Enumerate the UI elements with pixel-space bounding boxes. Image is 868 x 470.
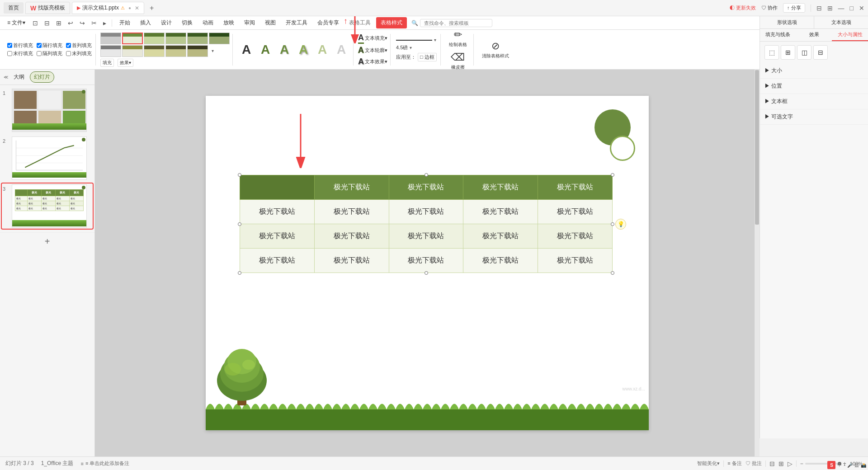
check-first-row[interactable]: 首行填充	[7, 42, 33, 49]
slide-table[interactable]: 极光下载站 极光下载站 极光下载站 极光下载站 极光下载站 极光下载站 极光下载…	[240, 175, 613, 273]
panel-section-alt-text[interactable]: ▶ 可选文字	[760, 109, 868, 125]
menu-play[interactable]: ▸	[100, 19, 109, 28]
menu-icon3[interactable]: ⊞	[53, 19, 64, 28]
check-last-row[interactable]: 末行填充	[7, 50, 33, 57]
table-cell[interactable]: 极光下载站	[538, 224, 613, 249]
table-cell[interactable]: 极光下载站	[463, 249, 538, 273]
home-button[interactable]: 首页	[4, 2, 24, 14]
table-cell[interactable]: 极光下载站	[538, 249, 613, 273]
text-fill-button[interactable]: 文本填充▾	[365, 35, 387, 42]
new-tab-button[interactable]: +	[146, 2, 157, 14]
restore-button[interactable]: □	[850, 5, 854, 12]
style-swatch-5[interactable]	[187, 33, 208, 44]
table-cell[interactable]: 极光下载站	[389, 200, 463, 224]
text-style-a5[interactable]: A	[313, 40, 331, 60]
panel-section-textbox[interactable]: ▶ 文本框	[760, 94, 868, 109]
fill-button[interactable]: 填充	[100, 59, 114, 67]
tab-member[interactable]: 会员专享	[313, 17, 344, 28]
effects-button[interactable]: 效果▾	[118, 59, 133, 67]
check-alt-col[interactable]: 隔列填充	[37, 50, 62, 57]
style-swatch-7[interactable]	[100, 45, 121, 57]
panel-subtab-fill[interactable]: 填充与线条	[760, 29, 796, 41]
window-icon1[interactable]: ⊟	[816, 5, 822, 12]
close-tab-icon[interactable]: ✕	[135, 5, 139, 11]
panel-icon-2[interactable]: ⊞	[781, 45, 795, 60]
window-icon2[interactable]: ⊞	[827, 5, 833, 12]
close-button[interactable]: ✕	[859, 5, 864, 12]
table-cell[interactable]: 极光下载站	[240, 200, 315, 224]
minimize-button[interactable]: —	[838, 5, 844, 12]
text-style-a3[interactable]: A	[275, 40, 293, 60]
table-container[interactable]: 极光下载站 极光下载站 极光下载站 极光下载站 极光下载站 极光下载站 极光下载…	[240, 175, 613, 273]
tab-insert[interactable]: 插入	[136, 17, 156, 28]
slide-thumb-1[interactable]	[12, 89, 87, 132]
view-normal-btn[interactable]: ⊟	[769, 460, 775, 467]
slide-item-3[interactable]: 3 极光 极光 极光 极光 极光 极光 极光 极光	[2, 183, 93, 229]
tab-transition[interactable]: 切换	[177, 17, 197, 28]
share-button[interactable]: ↑ 分享	[783, 3, 805, 13]
check-last-col[interactable]: 末列填充	[66, 50, 92, 57]
menu-cut[interactable]: ✂	[89, 19, 99, 28]
check-first-col[interactable]: 首列填充	[66, 42, 92, 49]
tab-table-tools[interactable]: 表格工具	[344, 17, 375, 28]
text-effect-button[interactable]: 文本效果▾	[365, 58, 387, 65]
tab-home[interactable]: 开始	[115, 17, 135, 28]
table-cell[interactable]: 极光下载站	[538, 200, 613, 224]
slide-item-1[interactable]: 1	[2, 88, 93, 133]
table-cell[interactable]: 极光下载站	[314, 200, 389, 224]
panel-subtab-effects[interactable]: 效果	[796, 29, 832, 41]
style-swatch-expand[interactable]: ▾	[209, 45, 216, 57]
tab-file[interactable]: ▶ 演示文稿1.pptx ⚠ ● ✕	[72, 2, 144, 14]
text-outline-button[interactable]: 文本轮廓▾	[365, 47, 387, 54]
notes-bar[interactable]: ≡ ≡ 单击此处添加备注	[81, 460, 130, 467]
search-input[interactable]	[420, 19, 492, 27]
add-slide-button[interactable]: +	[0, 232, 94, 250]
search-box[interactable]: 🔍	[411, 19, 492, 27]
style-swatch-2[interactable]	[122, 33, 143, 44]
sidebar-collapse-btn[interactable]: ≪	[4, 75, 8, 80]
smart-beauty-btn[interactable]: 智能美化▾	[697, 460, 720, 467]
clear-style-button[interactable]: ⊘ 清除表格样式	[478, 39, 513, 60]
text-style-a2[interactable]: A	[256, 40, 274, 60]
table-cell[interactable]: 极光下载站	[314, 224, 389, 249]
table-cell[interactable]: 极光下载站	[240, 224, 315, 249]
panel-tab-shape[interactable]: 形状选项	[760, 16, 814, 28]
table-cell[interactable]: 极光下载站	[314, 249, 389, 273]
tab-template[interactable]: W 找版亮模板	[25, 2, 70, 14]
style-swatch-3[interactable]	[144, 33, 165, 44]
slide-item-2[interactable]: 2	[2, 136, 93, 181]
style-swatch-9[interactable]	[144, 45, 165, 57]
menu-undo[interactable]: ↩	[65, 19, 76, 28]
collab-button[interactable]: ♡ 协作	[761, 5, 778, 11]
eraser-button[interactable]: ⌫ 橡皮擦	[447, 51, 468, 70]
tab-review[interactable]: 审阅	[240, 17, 259, 28]
table-cell[interactable]: 极光下载站	[240, 249, 315, 273]
menu-file[interactable]: ≡ 文件▾	[4, 17, 29, 28]
style-swatch-10[interactable]	[165, 45, 186, 57]
text-style-a4[interactable]: A	[294, 40, 312, 60]
panel-icon-4[interactable]: ⊟	[813, 45, 828, 60]
menu-icon1[interactable]: ⊡	[30, 19, 41, 28]
table-cell[interactable]: 极光下载站	[463, 200, 538, 224]
text-style-a1[interactable]: A	[237, 40, 255, 60]
table-cell[interactable]: 极光下载站	[389, 249, 463, 273]
text-style-a6[interactable]: A	[332, 40, 350, 60]
panel-icon-1[interactable]: ⬚	[764, 45, 779, 60]
menu-redo[interactable]: ↪	[77, 19, 88, 28]
style-swatch-11[interactable]	[187, 45, 208, 57]
style-swatch-8[interactable]	[122, 45, 143, 57]
slide-thumb-2[interactable]	[12, 136, 87, 180]
slide-thumb-3[interactable]: 极光 极光 极光 极光 极光 极光 极光 极光 极光 极光 极光	[12, 184, 87, 228]
check-hidden-row[interactable]: 隔行填充	[37, 42, 62, 49]
tab-animation[interactable]: 动画	[198, 17, 218, 28]
scroll-bar-right[interactable]	[754, 70, 760, 456]
table-cell[interactable]: 极光下载站	[463, 224, 538, 249]
tab-design[interactable]: 设计	[156, 17, 176, 28]
panel-tab-text[interactable]: 文本选项	[814, 16, 868, 28]
style-swatch-4[interactable]	[165, 33, 186, 44]
tab-table-style[interactable]: 表格样式	[376, 17, 407, 28]
style-swatch-6[interactable]	[209, 33, 230, 44]
notes-btn[interactable]: ≡ 备注	[727, 460, 741, 467]
tab-view[interactable]: 视图	[260, 17, 280, 28]
sidebar-tab-slides[interactable]: 幻灯片	[30, 71, 54, 83]
